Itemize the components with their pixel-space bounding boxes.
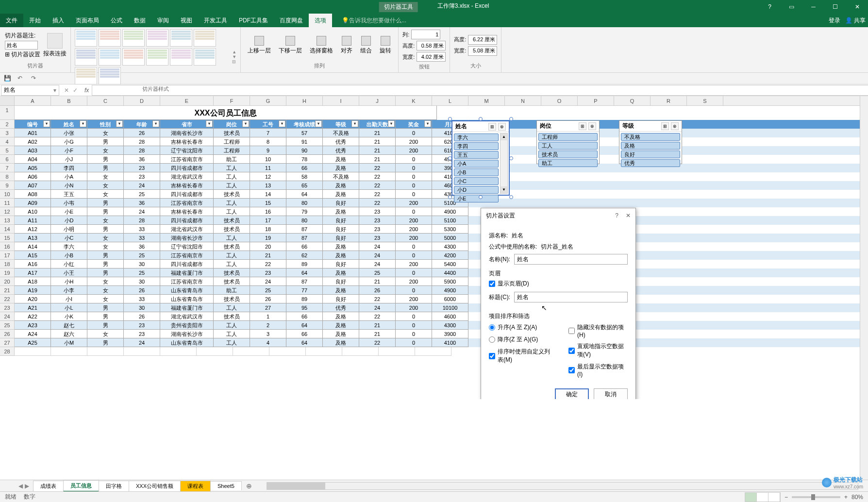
table-cell[interactable]: 技术员 [214,190,250,199]
tab-nav-prev-icon[interactable]: ◀ [18,483,23,489]
table-cell[interactable]: 工人 [214,338,250,347]
table-cell[interactable]: 0 [396,155,432,164]
slicer-grade[interactable]: 等级 ⊞ ⊗ 不及格及格良好优秀 [619,120,682,164]
table-cell[interactable]: 22 [359,172,396,181]
table-cell[interactable]: 四川省成都市 [160,260,214,268]
table-cell[interactable]: 及格 [323,321,359,330]
row-header[interactable]: 3 [0,129,15,137]
table-cell[interactable]: 80 [286,199,323,207]
table-cell[interactable]: 小N [51,181,87,190]
table-cell[interactable]: 吉林省长春市 [160,207,214,216]
table-cell[interactable]: 30 [124,277,160,286]
table-cell[interactable]: 19 [250,234,286,242]
show-last-checkbox[interactable]: 最后显示空数据项(I) [568,363,628,378]
table-cell[interactable]: 工人 [214,321,250,330]
table-cell[interactable]: 200 [396,303,432,312]
row-header[interactable]: 24 [0,312,15,321]
table-row[interactable]: A09小韦男36江苏省南京市工人1580良好222005100 [15,199,868,207]
table-cell[interactable]: 工人 [214,207,250,216]
table-row[interactable]: A17小王男25福建省厦门市技术员2364及格2504400 [15,268,868,277]
column-header[interactable]: F [214,96,250,105]
table-cell[interactable]: 及格 [323,155,359,164]
table-cell[interactable]: 女 [87,330,124,338]
table-cell[interactable]: 25 [124,190,160,199]
undo-icon[interactable]: ↶ [17,75,25,83]
gallery-more-button[interactable]: ▲▼⊟ [232,50,236,64]
table-cell[interactable]: 21 [250,251,286,260]
table-cell[interactable]: 小G [51,137,87,146]
table-cell[interactable]: 小D [51,216,87,225]
filter-button[interactable]: ▾ [351,120,358,127]
slicer-item[interactable]: 王五 [454,151,499,159]
table-cell[interactable]: 200 [396,295,432,303]
table-cell[interactable]: 87 [286,225,323,234]
filter-button[interactable]: ▾ [242,120,249,127]
help-icon[interactable]: ? [759,0,781,14]
normal-view-button[interactable] [745,493,757,502]
table-cell[interactable]: 工人 [214,234,250,242]
table-cell[interactable]: 及格 [323,338,359,347]
row-header[interactable]: 28 [0,347,15,356]
table-cell[interactable]: 优秀 [323,137,359,146]
style-thumb[interactable] [75,29,97,47]
slicer-settings-button[interactable]: ⊞ 切片器设置 [5,50,40,59]
table-cell[interactable]: A19 [15,286,51,295]
table-cell[interactable]: 0 [396,207,432,216]
table-cell[interactable]: 4400 [432,268,468,277]
column-header[interactable]: B [51,96,87,105]
style-thumb[interactable] [146,29,168,47]
row-header[interactable]: 22 [0,295,15,303]
table-cell[interactable]: 女 [87,190,124,199]
table-cell[interactable]: 小I [51,295,87,303]
table-cell[interactable]: 6000 [432,295,468,303]
table-cell[interactable]: 5900 [432,277,468,286]
table-cell[interactable]: 3 [250,330,286,338]
size-height-input[interactable] [468,35,497,45]
table-cell[interactable]: 李六 [51,242,87,251]
table-cell[interactable]: 22 [250,260,286,268]
table-cell[interactable]: 4600 [432,312,468,321]
table-cell[interactable]: 0 [396,330,432,338]
table-cell[interactable]: 22 [359,164,396,172]
table-cell[interactable]: 25 [124,251,160,260]
table-cell[interactable]: 27 [250,303,286,312]
table-cell[interactable]: 江苏省南京市 [160,251,214,260]
sort-asc-radio[interactable]: 升序(A 至 Z)(A) [489,323,554,332]
table-cell[interactable]: 小A [51,172,87,181]
table-cell[interactable]: 小韦 [51,199,87,207]
menu-home[interactable]: 开始 [23,14,47,27]
table-cell[interactable]: 23 [359,207,396,216]
table-cell[interactable]: 4 [250,338,286,347]
style-thumb[interactable] [194,29,216,47]
multi-select-icon[interactable]: ⊞ [488,123,496,131]
menu-dev[interactable]: 开发工具 [198,14,233,27]
table-cell[interactable]: 0 [396,321,432,330]
table-header[interactable]: 年龄▾ [124,120,160,129]
table-cell[interactable]: 5100 [432,216,468,225]
table-cell[interactable]: 0 [396,312,432,321]
menu-file[interactable]: 文件 [0,14,23,27]
table-cell[interactable]: A03 [15,146,51,155]
table-cell[interactable]: 良好 [323,295,359,303]
table-row[interactable]: A11小D女28四川省成都市技术员1780良好232005100 [15,216,868,225]
row-header[interactable]: 21 [0,286,15,295]
table-cell[interactable]: 21 [359,277,396,286]
table-cell[interactable]: 21 [359,155,396,164]
column-header[interactable]: C [87,96,124,105]
table-cell[interactable]: 小E [51,207,87,216]
table-cell[interactable]: 不及格 [323,129,359,137]
table-cell[interactable]: 及格 [323,164,359,172]
slicer-post[interactable]: 岗位 ⊞ ⊗ 工程师工人技术员助工 [536,120,600,164]
filter-button[interactable]: ▾ [80,120,86,127]
minimize-icon[interactable]: ─ [802,0,824,14]
filter-button[interactable]: ▾ [43,120,50,127]
table-cell[interactable]: 优秀 [323,146,359,155]
table-cell[interactable]: A04 [15,155,51,164]
table-cell[interactable]: 江苏省南京市 [160,199,214,207]
table-cell[interactable]: 10100 [432,303,468,312]
row-header[interactable]: 2 [0,120,15,129]
table-cell[interactable]: A07 [15,181,51,190]
table-cell[interactable]: 33 [124,295,160,303]
table-cell[interactable]: A11 [15,216,51,225]
table-cell[interactable]: 江苏省南京市 [160,155,214,164]
